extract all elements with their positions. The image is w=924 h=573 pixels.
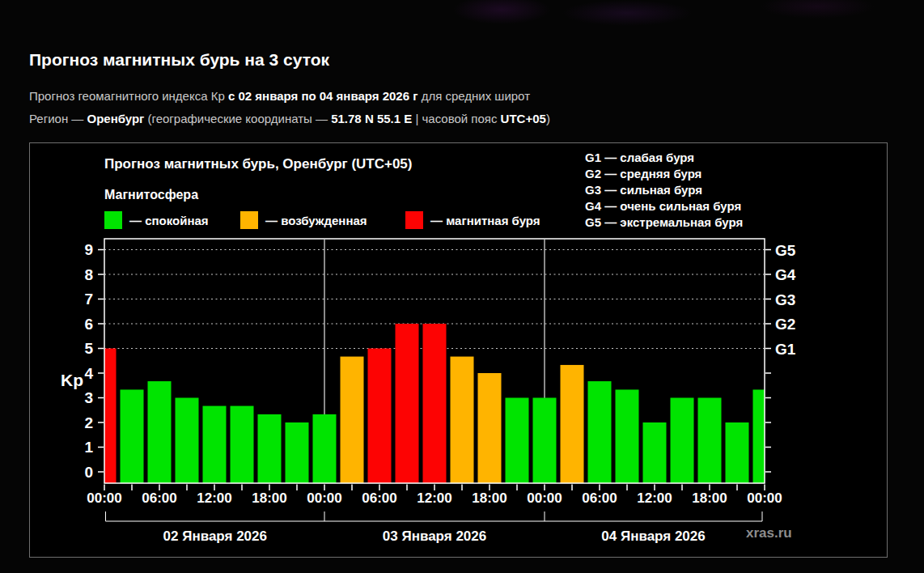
kp-chart-svg: 012345G16G27G38G49G5Kp00:0006:0012:0018:… bbox=[30, 143, 887, 557]
page-title: Прогноз магнитных бурь на 3 суток bbox=[29, 50, 329, 70]
kp-axis-title: Kp bbox=[61, 371, 83, 389]
kp-bar bbox=[643, 422, 667, 483]
kp-bar bbox=[203, 406, 227, 483]
kp-bar bbox=[561, 365, 584, 483]
time-label: 06:00 bbox=[582, 490, 617, 506]
region-subtitle: Регион — Оренбург (географические коорди… bbox=[29, 112, 550, 125]
kp-bar bbox=[698, 398, 722, 484]
time-label: 18:00 bbox=[252, 490, 286, 506]
kp-bar bbox=[423, 324, 447, 483]
kp-bar bbox=[533, 398, 557, 484]
kp-bar bbox=[231, 406, 254, 483]
y-axis-label: 0 bbox=[84, 464, 93, 481]
g-axis-label: G1 bbox=[775, 341, 796, 358]
kp-bar bbox=[148, 381, 172, 483]
y-axis-label: 3 bbox=[84, 389, 93, 406]
kp-bar bbox=[313, 414, 337, 483]
time-label: 18:00 bbox=[692, 490, 727, 506]
time-label: 06:00 bbox=[362, 490, 396, 506]
g-axis-label: G2 bbox=[775, 316, 795, 333]
page-top-banner bbox=[0, 0, 924, 26]
time-label: 00:00 bbox=[87, 490, 121, 506]
kp-bar bbox=[121, 389, 144, 483]
g-axis-label: G5 bbox=[775, 242, 796, 259]
kp-bar bbox=[258, 414, 282, 483]
y-axis-label: 2 bbox=[84, 414, 93, 431]
subtitle1-post: для средних широт bbox=[417, 89, 530, 103]
region-prefix: Регион — bbox=[29, 112, 87, 125]
kp-bar bbox=[396, 324, 419, 483]
subtitle1-dates: с 02 января по 04 января 2026 г bbox=[228, 89, 418, 103]
y-axis-label: 1 bbox=[84, 439, 93, 456]
kp-bars-group bbox=[93, 324, 777, 483]
kp-bar bbox=[176, 398, 199, 484]
date-label: 04 Января 2026 bbox=[601, 528, 705, 544]
subtitle1-pre: Прогноз геомагнитного индекса Кр bbox=[29, 89, 228, 103]
kp-bar bbox=[286, 422, 309, 483]
time-label: 00:00 bbox=[307, 490, 341, 506]
timezone-value: UTC+05 bbox=[501, 112, 546, 125]
forecast-chart-panel: Прогноз магнитных бурь, Оренбург (UTC+05… bbox=[29, 142, 888, 558]
timezone-prefix: | часовой пояс bbox=[412, 112, 500, 125]
time-label: 12:00 bbox=[197, 490, 231, 506]
g-axis-label: G4 bbox=[775, 266, 796, 283]
kp-bar bbox=[478, 373, 502, 483]
time-label: 12:00 bbox=[417, 490, 451, 506]
y-axis-label: 4 bbox=[84, 365, 93, 382]
coords-value: 51.78 N 55.1 E bbox=[331, 112, 412, 125]
y-axis-label: 8 bbox=[84, 266, 93, 283]
time-label: 12:00 bbox=[637, 490, 672, 506]
kp-bar bbox=[451, 357, 474, 483]
date-label: 02 Января 2026 bbox=[163, 528, 267, 544]
xras-watermark: xras.ru bbox=[746, 525, 792, 541]
kp-bar bbox=[368, 349, 392, 484]
time-label: 00:00 bbox=[527, 490, 562, 506]
time-label: 18:00 bbox=[472, 490, 507, 506]
time-label: 06:00 bbox=[142, 490, 176, 506]
forecast-period-subtitle: Прогноз геомагнитного индекса Кр с 02 ян… bbox=[29, 89, 530, 103]
region-name: Оренбург bbox=[87, 112, 145, 125]
kp-bar bbox=[506, 398, 529, 484]
y-axis-label: 6 bbox=[84, 316, 93, 333]
kp-bar bbox=[588, 381, 612, 483]
time-label: 00:00 bbox=[747, 490, 782, 506]
kp-bar bbox=[726, 422, 749, 483]
subtitle2-close: ) bbox=[546, 112, 550, 125]
g-axis-label: G3 bbox=[775, 291, 795, 308]
date-label: 03 Января 2026 bbox=[383, 528, 486, 544]
kp-bar bbox=[616, 389, 639, 483]
kp-bar bbox=[341, 357, 364, 483]
coords-prefix: (географические координаты — bbox=[144, 112, 331, 125]
y-axis-label: 9 bbox=[84, 241, 93, 258]
y-axis-label: 7 bbox=[84, 291, 93, 308]
y-axis-label: 5 bbox=[84, 340, 93, 357]
kp-bar bbox=[671, 398, 694, 484]
